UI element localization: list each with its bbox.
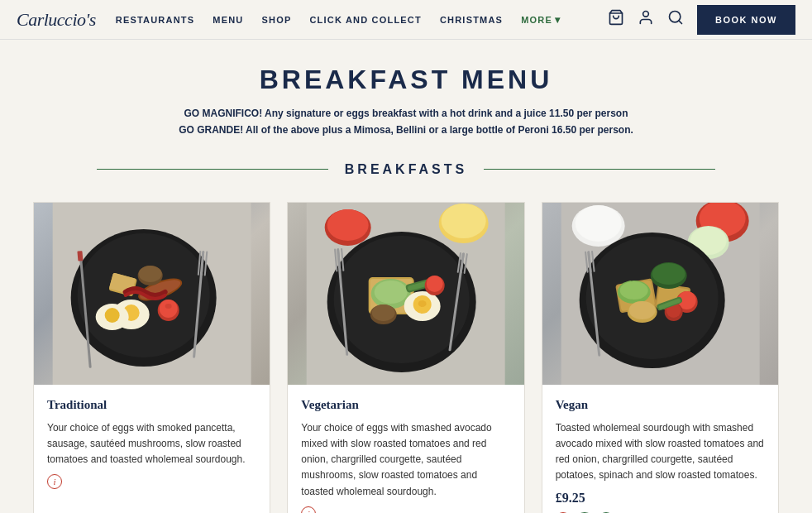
section-header: BREAKFASTS: [33, 162, 779, 177]
main-nav: Carluccio's RESTAURANTS MENU SHOP CLICK …: [0, 0, 812, 40]
nav-link-christmas[interactable]: CHRISTMAS: [440, 15, 503, 25]
card-desc-vegetarian: Your choice of eggs with smashed avocado…: [301, 420, 510, 500]
chevron-down-icon: [555, 14, 561, 26]
svg-point-71: [652, 263, 685, 285]
page-subtitle: GO MAGNIFICO! Any signature or eggs brea…: [33, 105, 779, 139]
nav-link-more[interactable]: MORE: [521, 14, 561, 26]
card-vegan: Vegan Toasted wholemeal sourdough with s…: [542, 202, 779, 513]
food-illustration-traditional: [34, 203, 270, 385]
svg-point-1: [643, 12, 649, 17]
page-title: BREAKFAST MENU: [33, 65, 779, 95]
svg-point-77: [628, 301, 655, 319]
card-title-traditional: Traditional: [47, 398, 256, 412]
basket-icon[interactable]: [608, 9, 624, 30]
card-body-vegetarian: Vegetarian Your choice of eggs with smas…: [288, 385, 523, 513]
food-image-vegetarian: [288, 203, 523, 385]
subtitle-line1: GO MAGNIFICO! Any signature or eggs brea…: [33, 105, 779, 122]
nav-links: RESTAURANTS MENU SHOP CLICK AND COLLECT …: [116, 14, 608, 26]
nav-link-menu[interactable]: MENU: [213, 15, 243, 25]
svg-point-69: [619, 281, 647, 300]
svg-point-46: [427, 276, 443, 292]
nav-link-click-collect[interactable]: CLICK AND COLLECT: [309, 15, 421, 25]
svg-point-15: [139, 266, 162, 282]
svg-point-29: [327, 209, 369, 241]
card-vegetarian: Vegetarian Your choice of eggs with smas…: [287, 202, 524, 513]
brand-logo[interactable]: Carluccio's: [17, 9, 96, 31]
svg-rect-22: [77, 251, 83, 261]
card-badges-vegetarian: i: [301, 506, 510, 513]
user-icon[interactable]: [638, 9, 654, 30]
card-price-vegan: £9.25: [556, 491, 765, 506]
card-image-vegetarian: [288, 203, 523, 385]
svg-point-11: [105, 308, 120, 323]
food-illustration-vegan: [542, 203, 778, 385]
food-illustration-vegetarian: [288, 203, 523, 385]
food-image-vegan: [542, 203, 778, 385]
card-body-traditional: Traditional Your choice of eggs with smo…: [34, 385, 270, 503]
svg-line-3: [679, 21, 682, 24]
info-badge-traditional[interactable]: i: [47, 474, 62, 489]
subtitle-line2: GO GRANDE! All of the above plus a Mimos…: [33, 122, 779, 138]
section-line-right: [484, 169, 715, 170]
svg-point-31: [442, 204, 486, 238]
card-title-vegan: Vegan: [556, 398, 765, 412]
section-line-left: [97, 169, 328, 170]
page-content: BREAKFAST MENU GO MAGNIFICO! Any signatu…: [0, 40, 812, 513]
food-image-traditional: [34, 203, 270, 385]
section-title: BREAKFASTS: [345, 162, 467, 177]
svg-point-18: [165, 304, 172, 309]
svg-point-57: [575, 205, 621, 242]
nav-icons: [608, 9, 684, 30]
card-desc-vegan: Toasted wholemeal sourdough with smashed…: [556, 420, 765, 484]
cards-grid: Traditional Your choice of eggs with smo…: [33, 202, 779, 513]
card-image-traditional: [34, 203, 270, 385]
nav-link-shop[interactable]: SHOP: [261, 15, 291, 25]
card-badges-traditional: i: [47, 474, 256, 489]
card-body-vegan: Vegan Toasted wholemeal sourdough with s…: [542, 385, 778, 513]
book-now-button[interactable]: BOOK NOW: [697, 5, 795, 35]
svg-point-42: [372, 304, 395, 321]
card-title-vegetarian: Vegetarian: [301, 398, 510, 412]
card-desc-traditional: Your choice of eggs with smoked pancetta…: [47, 420, 256, 468]
search-icon[interactable]: [667, 9, 684, 30]
info-badge-vegetarian[interactable]: i: [301, 506, 316, 513]
card-image-vegan: [542, 203, 778, 385]
nav-link-restaurants[interactable]: RESTAURANTS: [116, 15, 195, 25]
svg-point-40: [418, 300, 427, 307]
card-traditional: Traditional Your choice of eggs with smo…: [33, 202, 270, 513]
svg-point-37: [375, 280, 408, 304]
